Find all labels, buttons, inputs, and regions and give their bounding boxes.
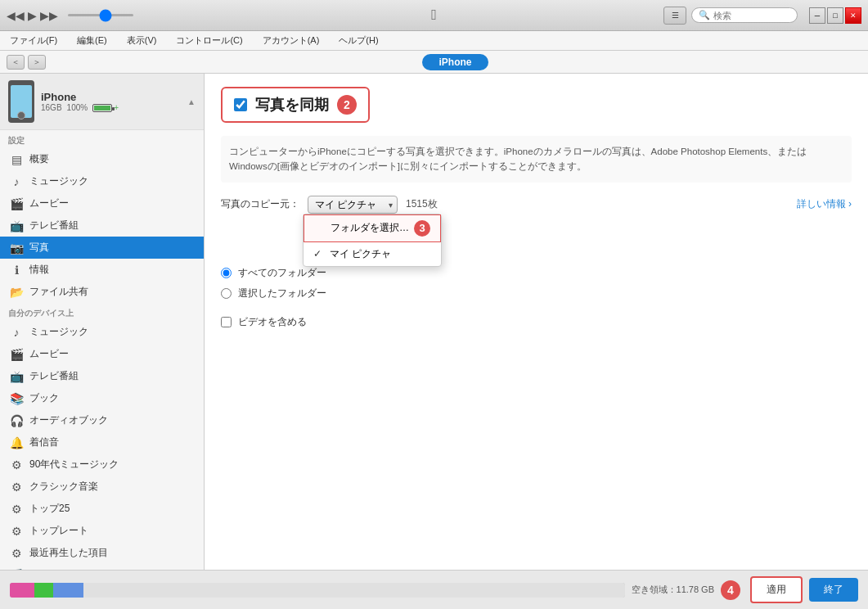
storage-free	[83, 583, 624, 598]
sidebar-item-info[interactable]: ℹ 情報	[0, 259, 204, 281]
sidebar-item-music[interactable]: ♪ ミュージック	[0, 170, 204, 192]
radio-group: すべてのフォルダー 選択したフォルダー	[221, 263, 852, 304]
sidebar-item-top25[interactable]: ⚙ トップ25	[0, 498, 204, 520]
mymovies-icon: 🎬	[10, 348, 23, 361]
ringtones-icon: 🔔	[10, 436, 23, 449]
mymusic-icon: ♪	[10, 326, 23, 339]
menu-account[interactable]: アカウント(A)	[259, 33, 323, 48]
sidebar-item-playlist1[interactable]: 🎵 1	[0, 564, 204, 570]
volume-slider[interactable]	[68, 14, 133, 16]
collapse-button[interactable]: ▲	[187, 97, 196, 106]
folder-check-icon	[314, 223, 326, 234]
transport-controls: ◀◀ ▶ ▶▶	[7, 9, 133, 22]
maximize-button[interactable]: □	[827, 7, 843, 24]
radio-selected-input[interactable]	[221, 288, 232, 299]
sidebar-item-movies[interactable]: 🎬 ムービー	[0, 192, 204, 214]
audiobooks-icon: 🎧	[10, 414, 23, 427]
menu-control[interactable]: コントロール(C)	[173, 33, 245, 48]
mydevices-section-label: 自分のデバイス上	[0, 303, 204, 321]
rewind-button[interactable]: ◀◀	[7, 9, 25, 22]
classic-icon: ⚙	[10, 480, 23, 494]
sync-checkbox[interactable]	[234, 98, 247, 111]
sidebar-item-tv[interactable]: 📺 テレビ番組	[0, 214, 204, 237]
sidebar-item-mymovies[interactable]: 🎬 ムービー	[0, 343, 204, 365]
bottom-bar: 空き領域：11.78 GB 4 適用 終了	[0, 570, 868, 609]
main-panel: 写真を同期 2 コンピューターからiPhoneにコピーする写真を選択できます。i…	[205, 74, 868, 570]
done-button[interactable]: 終了	[809, 578, 858, 602]
menu-file[interactable]: ファイル(F)	[7, 33, 61, 48]
fastforward-button[interactable]: ▶▶	[40, 9, 58, 22]
radio-selected-label: 選択したフォルダー	[238, 286, 326, 300]
close-button[interactable]: ✕	[845, 7, 861, 24]
video-option[interactable]: ビデオを含める	[221, 312, 852, 332]
video-label: ビデオを含める	[238, 315, 307, 329]
title-bar: ◀◀ ▶ ▶▶  ☰ 🔍 ─ □ ✕	[0, 0, 868, 31]
detail-link[interactable]: 詳しい情報 ›	[797, 197, 852, 211]
sidebar-item-books[interactable]: 📚 ブック	[0, 387, 204, 409]
step-badge-2: 2	[337, 95, 357, 115]
window-controls: ─ □ ✕	[809, 7, 861, 24]
device-icon	[8, 80, 34, 123]
overview-icon: ▤	[10, 153, 23, 166]
step-badge-4: 4	[721, 580, 740, 600]
storage-music	[34, 583, 53, 598]
battery-indicator: +	[92, 103, 119, 112]
sidebar-item-audiobooks[interactable]: 🎧 オーディオブック	[0, 409, 204, 431]
top25-icon: ⚙	[10, 503, 23, 516]
device-storage: 16GB 100% +	[41, 103, 187, 112]
apple-logo-icon: 	[431, 7, 437, 24]
forward-button[interactable]: ＞	[28, 55, 46, 70]
movies-icon: 🎬	[10, 197, 23, 210]
books-icon: 📚	[10, 392, 23, 405]
radio-selected-folders[interactable]: 選択したフォルダー	[221, 283, 852, 304]
dropdown-item-mypictures[interactable]: ✓ マイ ピクチャ	[304, 242, 441, 266]
sidebar-item-90s[interactable]: ⚙ 90年代ミュージック	[0, 453, 204, 476]
mytv-icon: 📺	[10, 370, 23, 383]
search-box[interactable]: 🔍	[691, 7, 798, 23]
dropdown-menu: フォルダを選択… 3 ✓ マイ ピクチャ	[303, 214, 442, 267]
menu-help[interactable]: ヘルプ(H)	[335, 33, 381, 48]
storage-other	[53, 583, 84, 598]
menu-bar: ファイル(F) 編集(E) 表示(V) コントロール(C) アカウント(A) ヘ…	[0, 31, 868, 51]
storage-bar	[10, 583, 625, 598]
dropdown-item-folder[interactable]: フォルダを選択… 3	[304, 214, 441, 242]
sidebar-item-ringtones[interactable]: 🔔 着信音	[0, 431, 204, 453]
mypictures-check-icon: ✓	[313, 248, 325, 259]
sidebar: iPhone 16GB 100% + ▲ 設定 ▤ 概要 ♪ ミュージック	[0, 74, 205, 570]
photo-count: 1515枚	[406, 197, 438, 211]
video-checkbox[interactable]	[221, 317, 232, 327]
minimize-button[interactable]: ─	[809, 7, 825, 24]
search-area: ☰ 🔍 ─ □ ✕	[663, 7, 861, 25]
back-button[interactable]: ＜	[7, 55, 25, 70]
sync-title: 写真を同期	[255, 95, 329, 115]
radio-all-input[interactable]	[221, 268, 232, 278]
sidebar-item-photos[interactable]: 📷 写真	[0, 237, 204, 259]
90s-icon: ⚙	[10, 458, 23, 471]
toprated-icon: ⚙	[10, 525, 23, 538]
sidebar-item-fileshare[interactable]: 📂 ファイル共有	[0, 281, 204, 303]
music-icon: ♪	[10, 175, 23, 188]
apply-button[interactable]: 適用	[750, 576, 803, 603]
sidebar-item-overview[interactable]: ▤ 概要	[0, 148, 204, 170]
sidebar-item-mymusic[interactable]: ♪ ミュージック	[0, 321, 204, 343]
sidebar-item-toprated[interactable]: ⚙ トップレート	[0, 520, 204, 542]
info-icon: ℹ	[10, 264, 23, 277]
play-button[interactable]: ▶	[28, 9, 37, 22]
menu-view[interactable]: 表示(V)	[124, 33, 160, 48]
menu-edit[interactable]: 編集(E)	[74, 33, 110, 48]
sidebar-item-mytv[interactable]: 📺 テレビ番組	[0, 365, 204, 387]
list-view-button[interactable]: ☰	[663, 7, 686, 25]
copy-source-select[interactable]: マイ ピクチャ	[308, 196, 398, 214]
search-input[interactable]	[713, 11, 790, 20]
settings-section-label: 設定	[0, 130, 204, 148]
device-tab[interactable]: iPhone	[422, 54, 488, 70]
copy-source-select-wrapper[interactable]: マイ ピクチャ	[308, 196, 398, 214]
sidebar-item-recentplay[interactable]: ⚙ 最近再生した項目	[0, 542, 204, 564]
radio-all-label: すべてのフォルダー	[238, 266, 326, 280]
search-icon: 🔍	[699, 10, 710, 20]
recentplay-icon: ⚙	[10, 547, 23, 560]
sidebar-item-classic[interactable]: ⚙ クラシック音楽	[0, 476, 204, 498]
sync-header: 写真を同期 2	[221, 87, 370, 123]
photos-icon: 📷	[10, 241, 23, 255]
main-content: iPhone 16GB 100% + ▲ 設定 ▤ 概要 ♪ ミュージック	[0, 74, 868, 570]
